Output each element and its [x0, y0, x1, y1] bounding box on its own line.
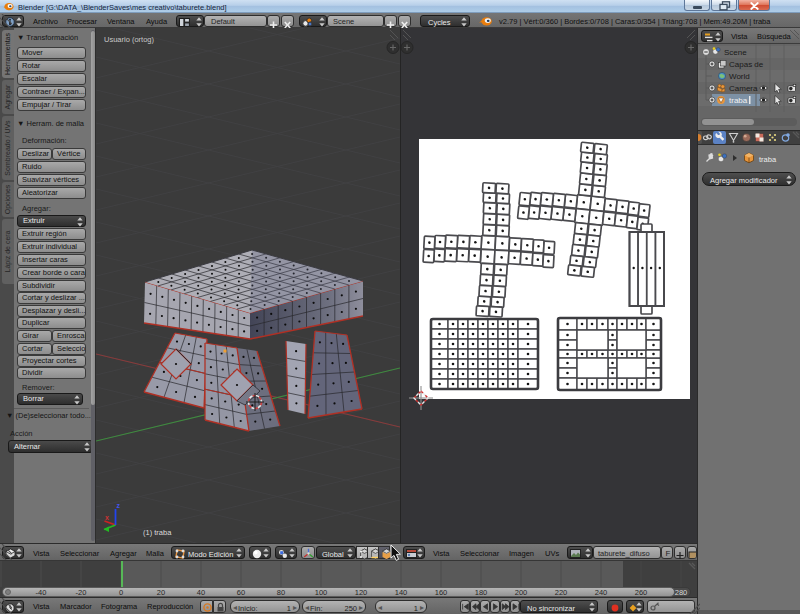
- svg-text:100: 100: [315, 588, 328, 597]
- svg-text:Capas de: Capas de: [729, 60, 764, 69]
- svg-text:120: 120: [355, 588, 368, 597]
- svg-text:200: 200: [515, 588, 528, 597]
- svg-text:140: 140: [395, 588, 408, 597]
- svg-text:160: 160: [435, 588, 448, 597]
- svg-text:Camera: Camera: [729, 84, 758, 93]
- svg-text:260: 260: [635, 588, 648, 597]
- svg-text:traba: traba: [759, 155, 777, 164]
- svg-text:20: 20: [157, 588, 165, 597]
- svg-text:Scene: Scene: [724, 48, 747, 57]
- svg-text:traba: traba: [729, 96, 748, 105]
- svg-text:40: 40: [197, 588, 205, 597]
- svg-text:220: 220: [555, 588, 568, 597]
- svg-text:x: x: [105, 514, 109, 521]
- svg-text:280: 280: [675, 588, 688, 597]
- svg-text:-40: -40: [36, 588, 47, 597]
- svg-text:80: 80: [277, 588, 285, 597]
- svg-text:60: 60: [237, 588, 245, 597]
- svg-text:0: 0: [119, 588, 123, 597]
- svg-text:World: World: [729, 72, 750, 81]
- svg-text:180: 180: [475, 588, 488, 597]
- svg-text:-20: -20: [76, 588, 87, 597]
- svg-text:240: 240: [595, 588, 608, 597]
- svg-text:z: z: [117, 502, 121, 509]
